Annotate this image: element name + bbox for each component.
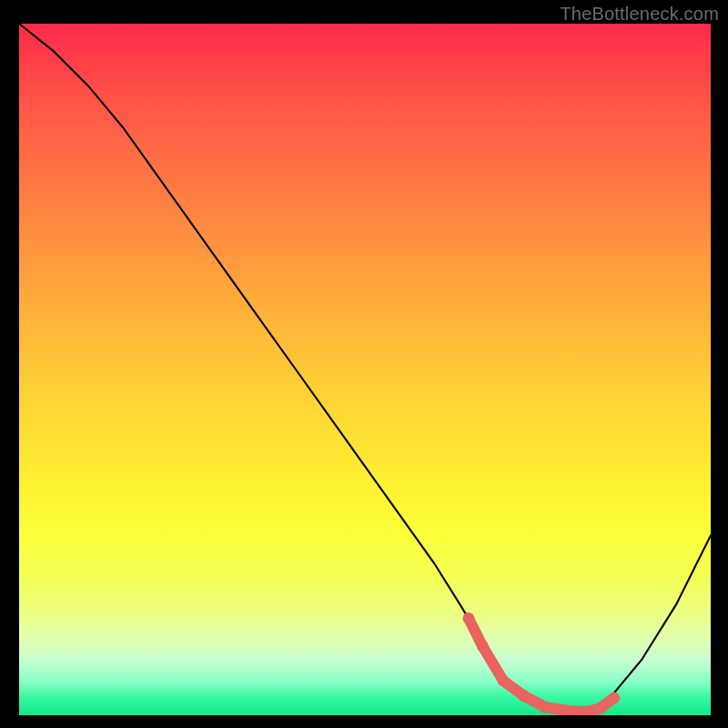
optimal-range-dot: [518, 690, 530, 702]
bottleneck-curve-line: [19, 24, 711, 712]
optimal-range-band: [469, 619, 614, 713]
optimal-range-dot: [594, 703, 606, 714]
optimal-range-dot: [477, 641, 489, 652]
optimal-range-dot: [498, 675, 510, 687]
optimal-range-markers: [463, 612, 621, 715]
chart-stage: TheBottleneck.com: [0, 0, 728, 728]
watermark-label: TheBottleneck.com: [560, 4, 719, 25]
optimal-range-dot: [608, 693, 620, 704]
optimal-range-dot: [539, 701, 551, 713]
optimal-range-dot: [463, 612, 475, 624]
chart-overlay: [19, 24, 711, 715]
